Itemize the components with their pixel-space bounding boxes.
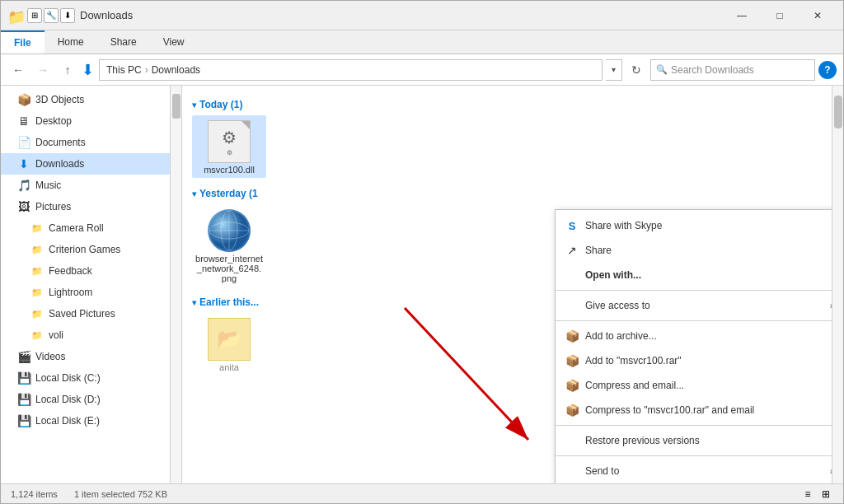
send-to-icon xyxy=(565,464,579,478)
sidebar-label-3d-objects: 3D Objects xyxy=(35,94,84,105)
section-today[interactable]: ▾ Today (1) xyxy=(192,99,822,110)
sidebar-item-feedback[interactable]: 📁 Feedback xyxy=(1,260,181,282)
voli-icon: 📁 xyxy=(30,329,44,342)
tab-file[interactable]: File xyxy=(1,30,45,54)
maximize-button[interactable]: □ xyxy=(761,2,799,29)
tab-share[interactable]: Share xyxy=(97,30,150,54)
sidebar-item-local-disk-e[interactable]: 💾 Local Disk (E:) xyxy=(1,410,181,432)
quick-access-btn-1[interactable]: ⊞ xyxy=(27,8,42,23)
refresh-button[interactable]: ↻ xyxy=(626,59,647,81)
file-name-msvcr100: msvcr100.dll xyxy=(204,165,255,175)
sidebar-label-documents: Documents xyxy=(35,137,86,148)
videos-icon: 🎬 xyxy=(17,350,30,363)
up-button[interactable]: ↑ xyxy=(57,59,78,81)
file-icon-globe xyxy=(206,208,252,254)
open-with-icon xyxy=(565,268,579,282)
quick-access-btn-3[interactable]: ⬇ xyxy=(60,8,75,23)
sidebar-item-saved-pictures[interactable]: 📁 Saved Pictures xyxy=(1,303,181,324)
sidebar-item-criterion-games[interactable]: 📁 Criterion Games xyxy=(1,239,181,260)
documents-icon: 📄 xyxy=(17,136,30,149)
back-button[interactable]: ← xyxy=(7,59,29,81)
sidebar-item-camera-roll[interactable]: 📁 Camera Roll xyxy=(1,217,181,239)
sidebar-label-lightroom: Lightroom xyxy=(49,287,92,298)
file-grid-today: ⚙ ⚙ msvcr100.dll xyxy=(192,115,822,178)
sidebar-item-voli[interactable]: 📁 voli xyxy=(1,324,181,346)
tab-view[interactable]: View xyxy=(150,30,198,54)
ctx-sep-4 xyxy=(556,455,832,456)
sidebar-item-documents[interactable]: 📄 Documents xyxy=(1,132,181,153)
file-icon-dll: ⚙ ⚙ xyxy=(206,119,252,165)
scroll-thumb[interactable] xyxy=(834,96,842,128)
scrollbar-vertical[interactable] xyxy=(832,86,843,483)
archive-icon-1: 📦 xyxy=(565,329,579,343)
local-disk-e-icon: 💾 xyxy=(17,414,30,427)
file-area: ▾ Today (1) ⚙ ⚙ msvcr100.dll ▾ Yeste xyxy=(182,86,832,483)
sidebar-item-lightroom[interactable]: 📁 Lightroom xyxy=(1,282,181,303)
address-dropdown[interactable]: ▾ xyxy=(606,59,622,81)
ctx-share-skype[interactable]: S Share with Skype xyxy=(556,213,832,238)
forward-button[interactable]: → xyxy=(32,59,54,81)
skype-icon: S xyxy=(565,219,579,232)
ctx-share[interactable]: ↗ Share xyxy=(556,238,832,263)
path-downloads: Downloads xyxy=(152,64,200,76)
give-access-icon xyxy=(565,299,579,312)
minimize-button[interactable]: — xyxy=(723,2,761,29)
ctx-add-rar-label: Add to "msvcr100.rar" xyxy=(585,355,682,366)
search-box[interactable]: 🔍 Search Downloads xyxy=(650,59,815,81)
section-earlier-arrow: ▾ xyxy=(192,298,196,307)
sidebar-item-music[interactable]: 🎵 Music xyxy=(1,175,181,196)
sidebar-item-videos[interactable]: 🎬 Videos xyxy=(1,346,181,367)
ctx-restore-prev-label: Restore previous versions xyxy=(585,435,700,446)
sidebar-label-music: Music xyxy=(35,180,61,191)
3d-objects-icon: 📦 xyxy=(17,93,30,106)
downloads-icon: ⬇ xyxy=(17,157,30,170)
sidebar-label-feedback: Feedback xyxy=(49,265,92,277)
search-placeholder: Search Downloads xyxy=(671,64,754,76)
ctx-add-archive-label: Add to archive... xyxy=(585,330,657,342)
sidebar-item-downloads[interactable]: ⬇ Downloads xyxy=(1,153,181,175)
ctx-compress-email-label: Compress and email... xyxy=(585,380,684,391)
ctx-send-to[interactable]: Send to › xyxy=(556,459,832,483)
view-details-button[interactable]: ≡ xyxy=(800,487,815,502)
sidebar: 📦 3D Objects 🖥 Desktop 📄 Documents ⬇ Dow… xyxy=(1,86,182,483)
sidebar-item-desktop[interactable]: 🖥 Desktop xyxy=(1,110,181,132)
ctx-share-skype-label: Share with Skype xyxy=(585,220,662,231)
local-disk-c-icon: 💾 xyxy=(17,371,30,385)
ctx-give-access[interactable]: Give access to › xyxy=(556,293,832,318)
sidebar-label-voli: voli xyxy=(49,329,63,341)
dll-gear2: ⚙ xyxy=(227,149,232,156)
section-yesterday[interactable]: ▾ Yesterday (1 xyxy=(192,188,822,199)
file-browser-network[interactable]: browser_internet_network_6248.png xyxy=(192,204,266,287)
ctx-send-to-label: Send to xyxy=(585,465,619,477)
ctx-open-with[interactable]: Open with... xyxy=(556,263,832,287)
ctx-add-rar[interactable]: 📦 Add to "msvcr100.rar" xyxy=(556,348,832,373)
camera-roll-icon: 📁 xyxy=(30,222,44,235)
file-name-earlier: anita xyxy=(219,362,239,372)
lightroom-icon: 📁 xyxy=(30,286,44,299)
file-msvcr100[interactable]: ⚙ ⚙ msvcr100.dll xyxy=(192,115,266,178)
view-tiles-button[interactable]: ⊞ xyxy=(818,487,833,502)
ctx-compress-email[interactable]: 📦 Compress and email... xyxy=(556,373,832,398)
sidebar-label-pictures: Pictures xyxy=(35,201,71,212)
address-path[interactable]: today This PC › Downloads xyxy=(99,59,603,81)
restore-icon xyxy=(565,434,579,447)
sidebar-item-local-disk-d[interactable]: 💾 Local Disk (D:) xyxy=(1,389,181,410)
give-access-arrow: › xyxy=(830,301,832,310)
ctx-restore-prev[interactable]: Restore previous versions xyxy=(556,428,832,453)
ctx-add-archive[interactable]: 📦 Add to archive... xyxy=(556,324,832,348)
sidebar-item-3d-objects[interactable]: 📦 3D Objects xyxy=(1,89,181,110)
file-earlier-item[interactable]: 📂 anita xyxy=(192,313,266,376)
ctx-sep-3 xyxy=(556,425,832,426)
sidebar-label-videos: Videos xyxy=(35,351,65,362)
sidebar-label-downloads: Downloads xyxy=(35,158,84,170)
sidebar-item-pictures[interactable]: 🖼 Pictures xyxy=(1,196,181,217)
sidebar-item-local-disk-c[interactable]: 💾 Local Disk (C:) xyxy=(1,367,181,389)
tab-home[interactable]: Home xyxy=(45,30,97,54)
close-button[interactable]: ✕ xyxy=(799,2,837,29)
quick-access-btn-2[interactable]: 🔧 xyxy=(44,8,59,23)
status-bar: 1,124 items 1 item selected 752 KB ≡ ⊞ xyxy=(1,483,843,503)
help-button[interactable]: ? xyxy=(818,61,837,79)
status-item-count: 1,124 items xyxy=(11,489,58,499)
ctx-sep-2 xyxy=(556,320,832,321)
ctx-compress-rar-email[interactable]: 📦 Compress to "msvcr100.rar" and email xyxy=(556,398,832,422)
